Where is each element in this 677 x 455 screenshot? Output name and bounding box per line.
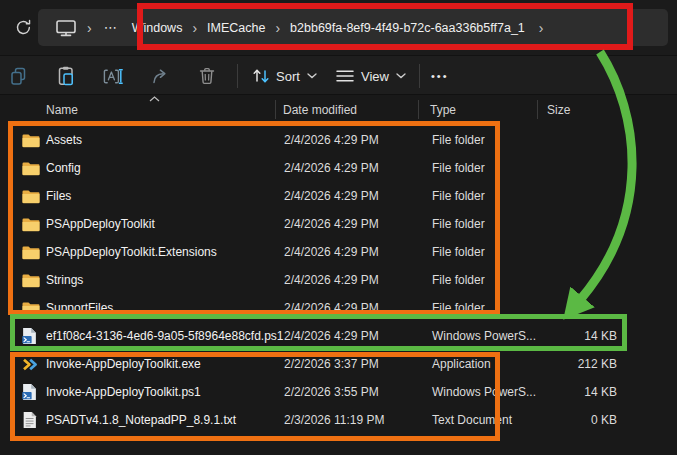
folder-icon — [22, 272, 40, 289]
folder-icon — [22, 216, 40, 233]
file-type: File folder — [432, 189, 485, 203]
file-type: File folder — [432, 161, 485, 175]
breadcrumb-chevron[interactable]: › — [77, 20, 102, 36]
file-date: 2/4/2026 4:29 PM — [284, 161, 379, 175]
column-divider[interactable] — [418, 100, 419, 119]
file-date: 2/4/2026 4:29 PM — [284, 245, 379, 259]
share-button[interactable] — [145, 61, 175, 91]
file-list: Assets 2/4/2026 4:29 PM File folder Conf… — [0, 126, 677, 434]
column-divider[interactable] — [537, 100, 538, 119]
table-row[interactable]: PSAppDeployToolkit 2/4/2026 4:29 PM File… — [0, 210, 677, 238]
table-row[interactable]: Assets 2/4/2026 4:29 PM File folder — [0, 126, 677, 154]
file-type: File folder — [432, 273, 485, 287]
file-size: 14 KB — [520, 329, 617, 343]
refresh-icon — [15, 19, 32, 36]
column-header-date-modified[interactable]: Date modified — [283, 103, 357, 117]
breadcrumb-item-imecache[interactable]: IMECache — [207, 21, 265, 35]
more-ellipsis-icon: ••• — [431, 70, 449, 82]
file-type: File folder — [432, 301, 485, 315]
file-date: 2/4/2026 4:29 PM — [284, 189, 379, 203]
file-name: Invoke-AppDeployToolkit.exe — [46, 357, 201, 371]
toolbar-divider — [237, 64, 238, 88]
breadcrumb-chevron[interactable]: › — [182, 20, 207, 36]
paste-icon — [57, 66, 75, 86]
file-date: 2/4/2026 4:29 PM — [284, 301, 379, 315]
file-date: 2/4/2026 4:29 PM — [284, 329, 379, 343]
powershell-script-icon — [22, 328, 40, 345]
table-row[interactable]: Strings 2/4/2026 4:29 PM File folder — [0, 266, 677, 294]
app-deploy-toolkit-exe-icon — [22, 356, 40, 373]
sort-arrows-icon — [253, 68, 269, 84]
text-document-icon — [22, 412, 40, 429]
breadcrumb-overflow-ellipsis[interactable]: ⋯ — [102, 20, 120, 35]
address-bar[interactable]: › ⋯ Windows › IMECache › b2bb69fa-8ef9-4… — [38, 9, 668, 46]
file-type: File folder — [432, 133, 485, 147]
folder-icon — [22, 160, 40, 177]
file-name: Strings — [46, 273, 83, 287]
file-size: 212 KB — [520, 357, 617, 371]
copy-icon — [10, 67, 28, 86]
table-row[interactable]: PSADTv4.1.8_NotepadPP_8.9.1.txt 2/3/2026… — [0, 406, 677, 434]
file-date: 2/4/2026 4:29 PM — [284, 217, 379, 231]
file-explorer-window: › ⋯ Windows › IMECache › b2bb69fa-8ef9-4… — [0, 0, 677, 455]
share-icon — [151, 68, 170, 85]
file-name: ef1f08c4-3136-4ed6-9a05-5f8964e88cfd.ps1 — [46, 329, 284, 343]
command-toolbar: Sort View ••• — [0, 55, 677, 95]
view-label: View — [361, 69, 389, 84]
table-row[interactable]: Config 2/4/2026 4:29 PM File folder — [0, 154, 677, 182]
file-name: Assets — [46, 133, 82, 147]
this-pc-monitor-icon[interactable] — [55, 19, 77, 37]
sort-button[interactable]: Sort — [249, 61, 321, 91]
file-name: PSAppDeployToolkit.Extensions — [46, 245, 217, 259]
file-type: Application — [432, 357, 491, 371]
navigation-bar: › ⋯ Windows › IMECache › b2bb69fa-8ef9-4… — [0, 0, 677, 55]
file-type: File folder — [432, 217, 485, 231]
folder-icon — [22, 188, 40, 205]
see-more-button[interactable]: ••• — [431, 61, 449, 91]
breadcrumb-chevron[interactable]: › — [265, 20, 290, 36]
column-header-type[interactable]: Type — [430, 103, 456, 117]
column-divider[interactable] — [275, 100, 276, 119]
table-row[interactable]: Invoke-AppDeployToolkit.exe 2/2/2026 3:3… — [0, 350, 677, 378]
table-row[interactable]: Invoke-AppDeployToolkit.ps1 2/2/2026 3:5… — [0, 378, 677, 406]
column-header-name[interactable]: Name — [46, 103, 78, 117]
table-row[interactable]: PSAppDeployToolkit.Extensions 2/4/2026 4… — [0, 238, 677, 266]
refresh-button[interactable] — [9, 13, 37, 41]
file-date: 2/4/2026 4:29 PM — [284, 133, 379, 147]
breadcrumb-chevron[interactable]: › — [525, 20, 554, 36]
folder-icon — [22, 300, 40, 317]
sort-label: Sort — [276, 69, 300, 84]
table-row[interactable]: ef1f08c4-3136-4ed6-9a05-5f8964e88cfd.ps1… — [0, 322, 677, 350]
view-lines-icon — [336, 69, 354, 83]
file-size: 0 KB — [520, 413, 617, 427]
delete-button[interactable] — [192, 61, 222, 91]
file-name: PSAppDeployToolkit — [46, 217, 155, 231]
file-name: Invoke-AppDeployToolkit.ps1 — [46, 385, 201, 399]
file-name: SupportFiles — [46, 301, 113, 315]
folder-icon — [22, 244, 40, 261]
sort-ascending-caret-icon — [149, 96, 160, 102]
breadcrumb-item-windows[interactable]: Windows — [132, 21, 183, 35]
table-row[interactable]: Files 2/4/2026 4:29 PM File folder — [0, 182, 677, 210]
file-date: 2/3/2026 11:19 PM — [284, 413, 385, 427]
breadcrumb-item-guid-folder[interactable]: b2bb69fa-8ef9-4f49-b72c-6aa336b5ff7a_1 — [290, 21, 525, 35]
file-type: Text Document — [432, 413, 512, 427]
file-date: 2/2/2026 3:55 PM — [284, 385, 379, 399]
view-button[interactable]: View — [332, 61, 410, 91]
file-date: 2/2/2026 3:37 PM — [284, 357, 379, 371]
file-date: 2/4/2026 4:29 PM — [284, 273, 379, 287]
file-size: 14 KB — [520, 385, 617, 399]
paste-button[interactable] — [51, 61, 81, 91]
toolbar-divider — [419, 64, 420, 88]
rename-button[interactable] — [98, 61, 128, 91]
file-name: PSADTv4.1.8_NotepadPP_8.9.1.txt — [46, 413, 236, 427]
delete-icon — [199, 67, 215, 85]
copy-button[interactable] — [4, 61, 34, 91]
column-header-size[interactable]: Size — [547, 103, 570, 117]
chevron-down-icon — [307, 73, 317, 79]
rename-icon — [103, 68, 123, 85]
powershell-script-icon — [22, 384, 40, 401]
file-type: File folder — [432, 245, 485, 259]
folder-icon — [22, 132, 40, 149]
table-row[interactable]: SupportFiles 2/4/2026 4:29 PM File folde… — [0, 294, 677, 322]
